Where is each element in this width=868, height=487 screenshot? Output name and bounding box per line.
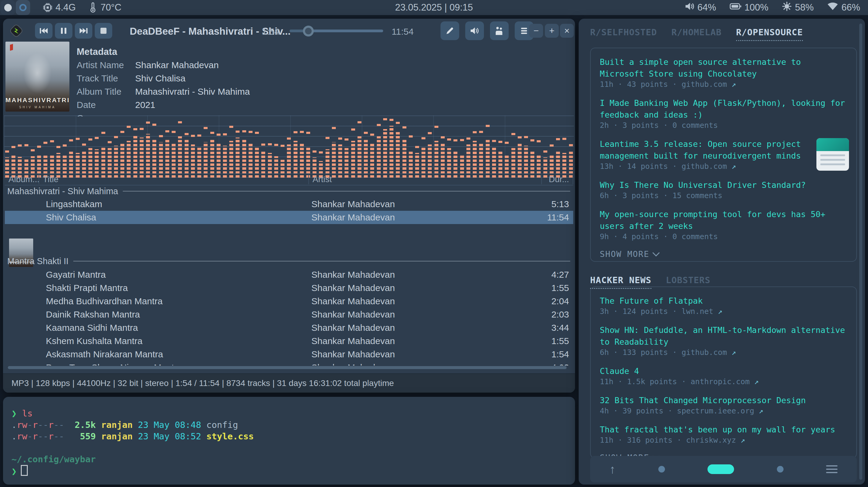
track-row[interactable]: Askasmath Nirakaran MantraShankar Mahade… (5, 348, 573, 361)
column-artist[interactable]: Artist (308, 174, 541, 184)
playlist[interactable]: Mahashivratri - Shiv MahimaLingashtakamS… (5, 185, 573, 365)
spectrum-bar (165, 116, 169, 177)
brightness-module[interactable]: 58% (782, 1, 814, 14)
playlist-group-header[interactable]: Mantra Shakti II (5, 252, 573, 268)
track-row[interactable]: LingashtakamShankar Mahadevan5:13 (5, 197, 573, 211)
reddit-show-more-button[interactable]: SHOW MORE (600, 249, 849, 259)
news-item[interactable]: I Made Banking Web App (Flask/Python), l… (600, 97, 849, 130)
news-item-meta: 13h · 14 points · github.com ↗ (600, 162, 811, 171)
next-button[interactable] (75, 23, 92, 39)
minimize-button[interactable]: − (529, 24, 543, 38)
news-item[interactable]: The Future of Flatpak3h · 124 points · l… (600, 295, 849, 316)
spectrum-bar (370, 116, 374, 177)
tab-r-selfhosted[interactable]: R/SELFHOSTED (590, 27, 657, 41)
terminal-line: ❯ (11, 465, 575, 477)
news-item-title[interactable]: The Future of Flatpak (600, 295, 849, 307)
spectrum-peak (319, 151, 323, 154)
track-row[interactable]: Kshem Kushalta MantraShankar Mahadevan1:… (5, 334, 573, 348)
page-indicator-active[interactable] (708, 464, 734, 474)
horizontal-scrollbar[interactable] (8, 366, 567, 369)
seek-knob[interactable] (303, 26, 314, 36)
spectrum-peak (11, 146, 16, 148)
news-item-title[interactable]: Why Is There No Universal Driver Standar… (600, 179, 849, 191)
preferences-button[interactable] (490, 22, 509, 40)
spectrum-bar (530, 116, 534, 177)
battery-module[interactable]: 100% (730, 2, 769, 13)
seek-slider[interactable] (290, 30, 383, 32)
news-item[interactable]: Claude 411h · 1.5k points · anthropic.co… (600, 365, 849, 387)
track-row[interactable]: Kaamana Sidhi MantraShankar Mahadevan3:4… (5, 321, 573, 334)
news-item-title[interactable]: Built a simple open source alternative t… (600, 56, 849, 79)
page-dot-2[interactable] (777, 466, 783, 473)
spectrum-bar (185, 116, 189, 177)
menu-button[interactable] (826, 465, 838, 473)
close-button[interactable]: × (560, 24, 574, 38)
playlist-group-header[interactable]: Mahashivratri - Shiv Mahima (5, 185, 573, 197)
terminal-window[interactable]: ❯ ls.rw-r--r-- 2.5k ranjan 23 May 08:48 … (3, 397, 575, 485)
track-artist: Shankar Mahadevan (308, 296, 541, 306)
external-link-icon: ↗ (727, 80, 736, 89)
spectrum-peak (550, 144, 554, 147)
player-status-bar: MP3 | 128 kbps | 44100Hz | 32 bit | ster… (3, 373, 575, 393)
news-item-title[interactable]: Leantime 3.5 release: Open source projec… (600, 138, 811, 162)
spectrum-bar (43, 116, 48, 177)
workspace-indicator-1[interactable] (1, 0, 15, 15)
maximize-button[interactable]: + (545, 24, 559, 38)
track-row[interactable]: Paap Taap Shaap Nivaran MantraShankar Ma… (5, 361, 573, 365)
stop-button[interactable] (95, 23, 112, 39)
tab-r-homelab[interactable]: R/HOMELAB (672, 27, 722, 41)
news-item-title[interactable]: That fractal that's been up on my wall f… (600, 424, 849, 435)
workspace-indicator-2[interactable] (16, 0, 30, 15)
news-item[interactable]: 32 Bits That Changed Microprocessor Desi… (600, 394, 849, 416)
show-more-label: SHOW MORE (600, 249, 649, 259)
spectrum-bar (460, 116, 464, 177)
tab-r-opensource[interactable]: R/OPENSOURCE (736, 27, 803, 41)
news-item[interactable]: That fractal that's been up on my wall f… (600, 424, 849, 445)
column-album[interactable]: Album... (5, 174, 39, 184)
news-item-title[interactable]: Show HN: Defuddle, an HTML-to-Markdown a… (600, 324, 849, 348)
news-item[interactable]: Leantime 3.5 release: Open source projec… (600, 138, 849, 171)
track-title: Shakti Prapti Mantra (39, 283, 308, 293)
track-row[interactable]: Shakti Prapti MantraShankar Mahadevan1:5… (5, 281, 573, 295)
track-row[interactable]: Shiv ChalisaShankar Mahadevan11:54 (5, 211, 573, 224)
news-item[interactable]: Built a simple open source alternative t… (600, 56, 849, 89)
news-item[interactable]: My open-source prompting tool for devs h… (600, 208, 849, 241)
page-dot-1[interactable] (658, 466, 665, 473)
previous-button[interactable] (35, 23, 53, 39)
track-title: Dainik Rakshan Mantra (39, 310, 308, 320)
pause-button[interactable] (55, 23, 72, 39)
volume-button[interactable] (465, 22, 484, 40)
news-item-title[interactable]: My open-source prompting tool for devs h… (600, 208, 849, 232)
spectrum-bar (146, 116, 150, 177)
column-duration[interactable]: Dur... (541, 174, 573, 184)
volume-module[interactable]: 64% (684, 1, 716, 13)
track-row[interactable]: Dainik Rakshan MantraShankar Mahadevan2:… (5, 308, 573, 321)
spectrum-peak (569, 144, 573, 146)
news-item-meta: 6h · 3 points · 15 comments (600, 191, 849, 200)
track-row[interactable]: Medha Budhivardhan MantraShankar Mahadev… (5, 295, 573, 308)
spectrum-bar (120, 116, 124, 177)
column-title[interactable]: Title (39, 174, 308, 184)
news-item-title[interactable]: I Made Banking Web App (Flask/Python), l… (600, 97, 849, 121)
spectrum-peak (524, 136, 528, 138)
news-item[interactable]: Why Is There No Universal Driver Standar… (600, 179, 849, 200)
spectrum-bar (249, 116, 252, 177)
track-row[interactable]: Gayatri MantraShankar Mahadevan4:27 (5, 268, 573, 281)
news-item-thumbnail[interactable] (816, 138, 849, 171)
album-art-caption: MAHASHIVRATRI (5, 97, 69, 104)
terminal-output: ❯ ls.rw-r--r-- 2.5k ranjan 23 May 08:48 … (3, 397, 575, 477)
spectrum-bar (486, 116, 490, 177)
news-item-title[interactable]: 32 Bits That Changed Microprocessor Desi… (600, 394, 849, 406)
playlist-group: Mantra Shakti IIGayatri MantraShankar Ma… (5, 252, 573, 365)
edit-button[interactable] (440, 22, 459, 40)
metadata-heading: Metadata (76, 45, 250, 59)
news-item-title[interactable]: Claude 4 (600, 365, 849, 377)
news-item[interactable]: Show HN: Defuddle, an HTML-to-Markdown a… (600, 324, 849, 357)
scroll-top-button[interactable]: ↑ (610, 463, 616, 475)
vertical-scrollbar[interactable] (859, 24, 862, 480)
spectrum-peak (229, 126, 233, 128)
playlist-header[interactable]: Album... Title Artist Dur... (5, 173, 573, 186)
track-duration: 2:04 (541, 296, 573, 306)
spectrum-bar (63, 116, 67, 177)
network-module[interactable]: 66% (827, 2, 860, 13)
